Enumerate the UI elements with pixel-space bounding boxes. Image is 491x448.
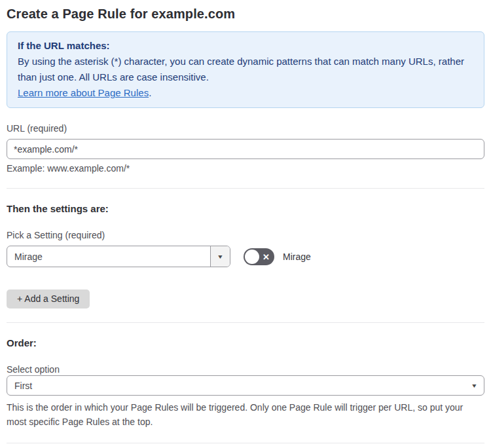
setting-select-value: Mirage	[7, 246, 210, 267]
order-select-label: Select option	[7, 364, 484, 375]
order-select-caret: ▾	[473, 376, 484, 395]
caret-down-icon: ▾	[218, 253, 222, 260]
setting-select[interactable]: Mirage ▾	[7, 246, 230, 267]
info-box-link-line: Learn more about Page Rules.	[18, 85, 473, 101]
link-period: .	[149, 87, 151, 98]
create-page-rule-form: Create a Page Rule for example.com If th…	[0, 0, 491, 448]
learn-more-link[interactable]: Learn more about Page Rules	[18, 87, 149, 98]
add-setting-button[interactable]: + Add a Setting	[7, 289, 90, 308]
info-box-heading: If the URL matches:	[18, 38, 473, 54]
toggle-label: Mirage	[283, 252, 311, 262]
divider	[7, 443, 484, 443]
order-select[interactable]: First ▾	[7, 375, 484, 396]
divider	[7, 322, 484, 323]
divider	[7, 188, 484, 189]
url-match-info-box: If the URL matches: By using the asteris…	[7, 31, 484, 108]
toggle-knob	[245, 250, 259, 264]
settings-section-heading: Then the settings are:	[7, 202, 484, 215]
url-example-hint: Example: www.example.com/*	[7, 163, 484, 174]
order-help-text: This is the order in which your Page Rul…	[7, 400, 484, 429]
url-field-label: URL (required)	[7, 123, 484, 134]
order-select-value: First	[7, 376, 473, 395]
setting-row: Mirage ▾ ✕ Mirage	[7, 246, 484, 267]
setting-select-caret-button[interactable]: ▾	[210, 246, 230, 267]
pick-setting-label: Pick a Setting (required)	[7, 230, 484, 241]
mirage-toggle[interactable]: ✕	[244, 248, 274, 265]
order-section-heading: Order:	[7, 337, 484, 349]
toggle-off-x-icon: ✕	[263, 252, 270, 261]
caret-down-icon: ▾	[472, 383, 476, 389]
info-box-body: By using the asterisk (*) character, you…	[18, 54, 473, 85]
page-title: Create a Page Rule for example.com	[7, 5, 484, 22]
url-input[interactable]	[7, 139, 484, 159]
